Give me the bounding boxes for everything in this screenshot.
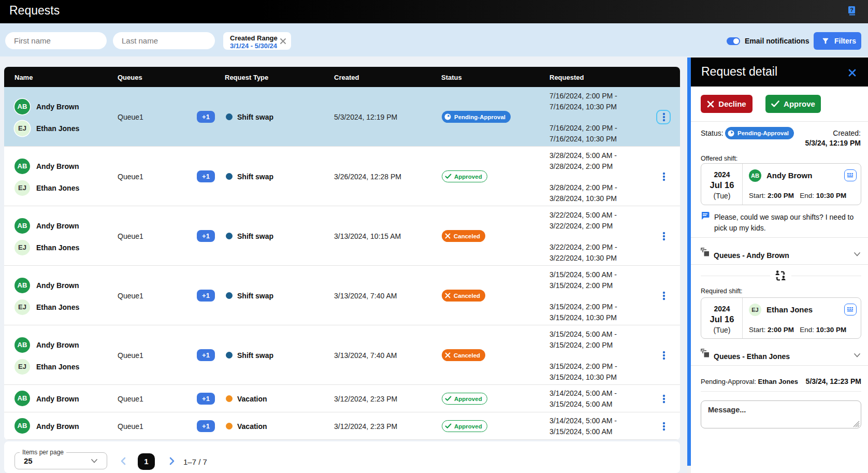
svg-text:?: ? xyxy=(850,7,853,13)
